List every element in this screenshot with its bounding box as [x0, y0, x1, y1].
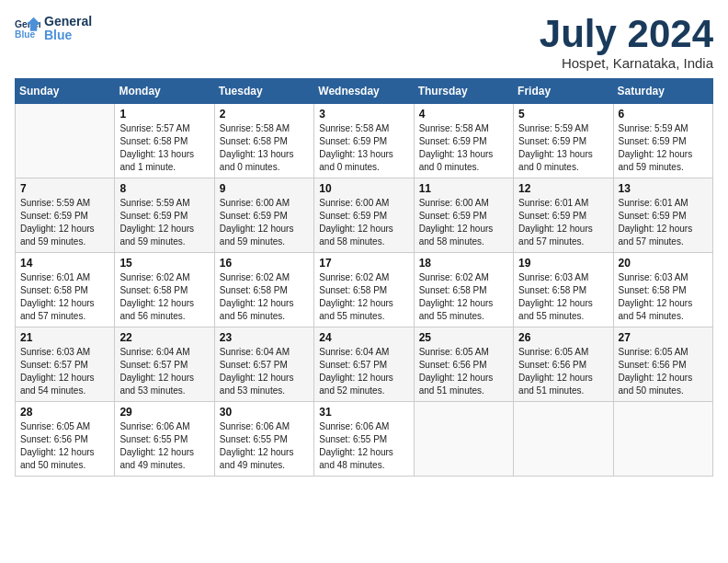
- table-row: [16, 104, 115, 178]
- col-tuesday: Tuesday: [214, 79, 313, 104]
- day-number: 10: [319, 182, 408, 195]
- table-row: 13Sunrise: 6:01 AM Sunset: 6:59 PM Dayli…: [613, 178, 712, 253]
- table-row: 28Sunrise: 6:05 AM Sunset: 6:56 PM Dayli…: [16, 402, 115, 477]
- day-info: Sunrise: 5:57 AM Sunset: 6:58 PM Dayligh…: [119, 122, 209, 174]
- day-info: Sunrise: 6:04 AM Sunset: 6:57 PM Dayligh…: [119, 346, 209, 397]
- table-row: [613, 402, 712, 477]
- table-row: 26Sunrise: 6:05 AM Sunset: 6:56 PM Dayli…: [514, 327, 613, 402]
- day-number: 31: [319, 406, 408, 419]
- table-row: 21Sunrise: 6:03 AM Sunset: 6:57 PM Dayli…: [16, 327, 115, 402]
- day-number: 5: [518, 108, 608, 121]
- day-info: Sunrise: 6:03 AM Sunset: 6:57 PM Dayligh…: [20, 346, 109, 397]
- day-info: Sunrise: 6:05 AM Sunset: 6:56 PM Dayligh…: [619, 346, 708, 397]
- table-row: 3Sunrise: 5:58 AM Sunset: 6:59 PM Daylig…: [314, 104, 414, 178]
- logo-text-blue: Blue: [44, 29, 92, 42]
- day-info: Sunrise: 6:02 AM Sunset: 6:58 PM Dayligh…: [319, 271, 408, 323]
- day-info: Sunrise: 6:06 AM Sunset: 6:55 PM Dayligh…: [319, 420, 408, 472]
- table-row: 6Sunrise: 5:59 AM Sunset: 6:59 PM Daylig…: [613, 104, 712, 178]
- day-number: 27: [619, 331, 708, 344]
- day-info: Sunrise: 6:00 AM Sunset: 6:59 PM Dayligh…: [319, 197, 408, 248]
- day-number: 22: [119, 331, 209, 344]
- table-row: 16Sunrise: 6:02 AM Sunset: 6:58 PM Dayli…: [214, 253, 313, 327]
- day-number: 3: [319, 108, 408, 121]
- table-row: 17Sunrise: 6:02 AM Sunset: 6:58 PM Dayli…: [314, 253, 414, 327]
- day-info: Sunrise: 6:04 AM Sunset: 6:57 PM Dayligh…: [319, 346, 408, 397]
- day-info: Sunrise: 6:00 AM Sunset: 6:59 PM Dayligh…: [220, 197, 309, 248]
- calendar-week-row: 7Sunrise: 5:59 AM Sunset: 6:59 PM Daylig…: [16, 178, 713, 253]
- day-number: 25: [419, 331, 508, 344]
- day-number: 13: [619, 182, 708, 195]
- table-row: 2Sunrise: 5:58 AM Sunset: 6:58 PM Daylig…: [214, 104, 313, 178]
- day-number: 12: [518, 182, 608, 195]
- day-number: 20: [619, 257, 708, 270]
- calendar-week-row: 1Sunrise: 5:57 AM Sunset: 6:58 PM Daylig…: [16, 104, 713, 178]
- day-number: 30: [220, 406, 309, 419]
- table-row: 12Sunrise: 6:01 AM Sunset: 6:59 PM Dayli…: [514, 178, 613, 253]
- day-number: 4: [419, 108, 508, 121]
- day-number: 14: [20, 257, 109, 270]
- day-number: 15: [119, 257, 209, 270]
- day-info: Sunrise: 6:01 AM Sunset: 6:58 PM Dayligh…: [20, 271, 109, 323]
- table-row: 30Sunrise: 6:06 AM Sunset: 6:55 PM Dayli…: [214, 402, 313, 477]
- day-info: Sunrise: 6:05 AM Sunset: 6:56 PM Dayligh…: [419, 346, 508, 397]
- table-row: 29Sunrise: 6:06 AM Sunset: 6:55 PM Dayli…: [115, 402, 214, 477]
- day-info: Sunrise: 6:05 AM Sunset: 6:56 PM Dayligh…: [20, 420, 109, 472]
- day-info: Sunrise: 6:06 AM Sunset: 6:55 PM Dayligh…: [220, 420, 309, 472]
- day-info: Sunrise: 5:58 AM Sunset: 6:59 PM Dayligh…: [319, 122, 408, 174]
- day-info: Sunrise: 5:59 AM Sunset: 6:59 PM Dayligh…: [619, 122, 708, 174]
- day-number: 16: [220, 257, 309, 270]
- table-row: 14Sunrise: 6:01 AM Sunset: 6:58 PM Dayli…: [16, 253, 115, 327]
- day-info: Sunrise: 6:06 AM Sunset: 6:55 PM Dayligh…: [119, 420, 209, 472]
- day-info: Sunrise: 6:01 AM Sunset: 6:59 PM Dayligh…: [518, 197, 608, 248]
- table-row: 11Sunrise: 6:00 AM Sunset: 6:59 PM Dayli…: [414, 178, 513, 253]
- table-row: [514, 402, 613, 477]
- table-row: 24Sunrise: 6:04 AM Sunset: 6:57 PM Dayli…: [314, 327, 414, 402]
- table-row: 9Sunrise: 6:00 AM Sunset: 6:59 PM Daylig…: [214, 178, 313, 253]
- day-info: Sunrise: 5:58 AM Sunset: 6:58 PM Dayligh…: [220, 122, 309, 174]
- table-row: 15Sunrise: 6:02 AM Sunset: 6:58 PM Dayli…: [115, 253, 214, 327]
- title-block: July 2024 Hospet, Karnataka, India: [540, 15, 713, 71]
- day-number: 24: [319, 331, 408, 344]
- day-number: 19: [518, 257, 608, 270]
- location-subtitle: Hospet, Karnataka, India: [540, 55, 713, 71]
- page-header: General Blue General Blue July 2024 Hosp…: [15, 15, 713, 71]
- day-info: Sunrise: 6:00 AM Sunset: 6:59 PM Dayligh…: [419, 197, 508, 248]
- table-row: 1Sunrise: 5:57 AM Sunset: 6:58 PM Daylig…: [115, 104, 214, 178]
- day-info: Sunrise: 6:02 AM Sunset: 6:58 PM Dayligh…: [220, 271, 309, 323]
- calendar-header-row: Sunday Monday Tuesday Wednesday Thursday…: [16, 79, 713, 104]
- calendar-week-row: 14Sunrise: 6:01 AM Sunset: 6:58 PM Dayli…: [16, 253, 713, 327]
- day-number: 23: [220, 331, 309, 344]
- table-row: 7Sunrise: 5:59 AM Sunset: 6:59 PM Daylig…: [16, 178, 115, 253]
- calendar-week-row: 28Sunrise: 6:05 AM Sunset: 6:56 PM Dayli…: [16, 402, 713, 477]
- month-title: July 2024: [540, 15, 713, 53]
- table-row: 22Sunrise: 6:04 AM Sunset: 6:57 PM Dayli…: [115, 327, 214, 402]
- day-number: 1: [119, 108, 209, 121]
- logo-icon: General Blue: [15, 16, 40, 41]
- table-row: 10Sunrise: 6:00 AM Sunset: 6:59 PM Dayli…: [314, 178, 414, 253]
- day-number: 17: [319, 257, 408, 270]
- day-info: Sunrise: 6:02 AM Sunset: 6:58 PM Dayligh…: [419, 271, 508, 323]
- col-wednesday: Wednesday: [314, 79, 414, 104]
- table-row: 18Sunrise: 6:02 AM Sunset: 6:58 PM Dayli…: [414, 253, 513, 327]
- calendar-week-row: 21Sunrise: 6:03 AM Sunset: 6:57 PM Dayli…: [16, 327, 713, 402]
- day-number: 29: [119, 406, 209, 419]
- day-info: Sunrise: 5:58 AM Sunset: 6:59 PM Dayligh…: [419, 122, 508, 174]
- day-info: Sunrise: 5:59 AM Sunset: 6:59 PM Dayligh…: [20, 197, 109, 248]
- table-row: 8Sunrise: 5:59 AM Sunset: 6:59 PM Daylig…: [115, 178, 214, 253]
- day-info: Sunrise: 5:59 AM Sunset: 6:59 PM Dayligh…: [119, 197, 209, 248]
- day-info: Sunrise: 6:05 AM Sunset: 6:56 PM Dayligh…: [518, 346, 608, 397]
- table-row: 27Sunrise: 6:05 AM Sunset: 6:56 PM Dayli…: [613, 327, 712, 402]
- day-info: Sunrise: 6:02 AM Sunset: 6:58 PM Dayligh…: [119, 271, 209, 323]
- day-number: 8: [119, 182, 209, 195]
- day-number: 26: [518, 331, 608, 344]
- day-info: Sunrise: 6:03 AM Sunset: 6:58 PM Dayligh…: [619, 271, 708, 323]
- logo: General Blue General Blue: [15, 15, 92, 43]
- day-number: 2: [220, 108, 309, 121]
- day-info: Sunrise: 6:01 AM Sunset: 6:59 PM Dayligh…: [619, 197, 708, 248]
- day-number: 9: [220, 182, 309, 195]
- col-monday: Monday: [115, 79, 214, 104]
- day-number: 18: [419, 257, 508, 270]
- table-row: 23Sunrise: 6:04 AM Sunset: 6:57 PM Dayli…: [214, 327, 313, 402]
- logo-text-general: General: [44, 15, 92, 29]
- svg-text:Blue: Blue: [15, 30, 36, 40]
